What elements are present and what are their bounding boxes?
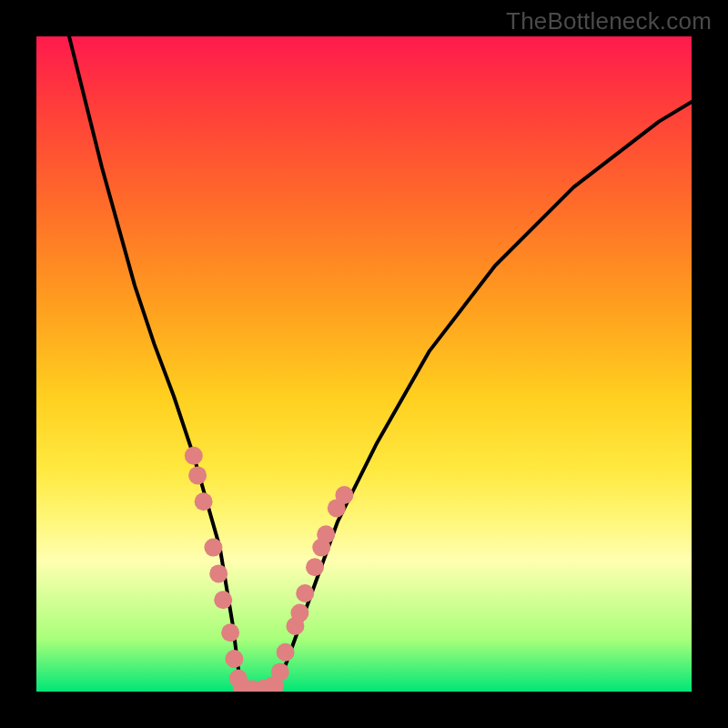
bead-marker (225, 650, 243, 668)
bead-marker (185, 447, 203, 465)
chart-frame: TheBottleneck.com (0, 0, 728, 728)
chart-svg (36, 36, 692, 692)
bead-marker (195, 492, 213, 511)
bead-marker (317, 525, 335, 543)
bead-marker (188, 466, 207, 484)
bead-marker (290, 604, 308, 622)
curve-line (69, 36, 692, 692)
plot-area (36, 36, 692, 692)
bead-marker (306, 558, 324, 576)
bead-marker (277, 643, 295, 662)
bead-marker (214, 591, 232, 609)
bead-marker (335, 486, 353, 504)
bead-marker (296, 584, 314, 602)
bead-marker (204, 539, 222, 557)
frame-left (0, 0, 36, 728)
frame-bottom (0, 692, 728, 728)
watermark-text: TheBottleneck.com (506, 7, 712, 35)
frame-right (692, 0, 728, 728)
bead-marker (221, 623, 239, 642)
bead-marker (209, 564, 228, 582)
bead-markers (185, 447, 354, 692)
